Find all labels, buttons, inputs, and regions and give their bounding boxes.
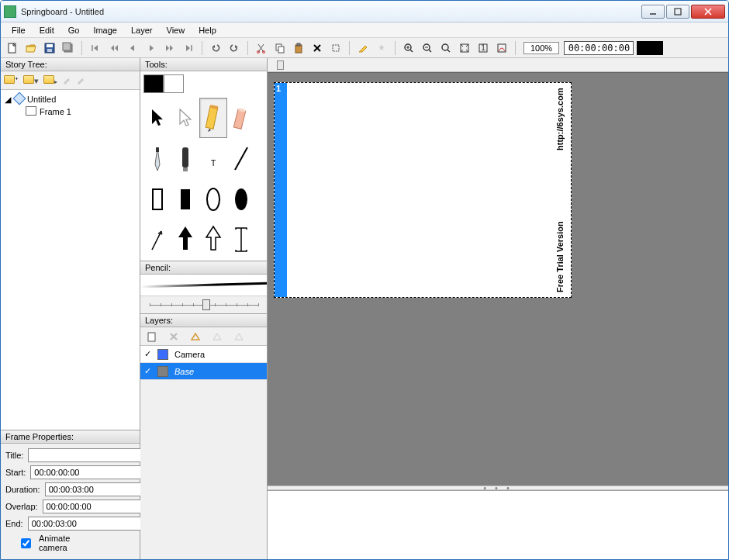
ellipse-outline-tool[interactable] [199,178,227,219]
redo-button[interactable] [226,40,243,57]
end-label: End: [5,519,23,528]
zoom-100-button[interactable]: 1 [475,40,492,57]
go-first-button[interactable] [87,40,104,57]
layers-header: Layers: [140,314,267,327]
rect-fill-tool[interactable] [171,178,199,219]
slider-thumb[interactable] [202,299,210,310]
menu-edit[interactable]: Edit [33,24,60,36]
story-tree[interactable]: ◢ Untitled Frame 1 [1,90,140,121]
background-swatch[interactable] [164,74,184,93]
wand-button[interactable] [373,40,390,57]
pencil-tool[interactable] [199,98,227,138]
foreground-swatch[interactable] [143,74,164,93]
bracket-tool[interactable] [227,219,255,259]
layer-row-base[interactable]: ✓ Base [140,363,267,380]
arrow-up-tool[interactable] [199,219,227,259]
zoom-display[interactable]: 100% [523,42,559,54]
notes-panel[interactable] [268,490,728,560]
storyboard-frame[interactable]: 1 Free Trial Version http://6sys.com [274,82,572,298]
marker-tool[interactable] [171,138,199,178]
svg-rect-1 [675,9,681,15]
start-input[interactable] [30,465,145,479]
folder-dropdown-button[interactable]: ▾ [23,75,39,86]
save-button[interactable] [41,40,58,57]
close-button[interactable] [691,5,725,19]
pencil-tool-button[interactable] [354,40,371,57]
undo-button[interactable] [207,40,224,57]
pencil-tree-button-2[interactable] [76,75,85,86]
layer-color-swatch[interactable] [157,366,168,377]
zoom-fit-button[interactable] [456,40,473,57]
canvas-area[interactable]: 1 Free Trial Version http://6sys.com [268,72,728,486]
svg-line-24 [410,50,413,52]
copy-button[interactable] [271,40,288,57]
crop-button[interactable] [327,40,344,57]
storytree-toolbar: + ▾ ▸ [1,71,140,90]
layer-onion-button[interactable] [187,328,204,345]
open-button[interactable] [22,40,40,57]
layer-row-camera[interactable]: ✓ Camera [140,346,267,363]
minimize-button[interactable] [641,5,665,19]
timecode-display[interactable]: 00:00:00:00 [564,41,634,55]
end-input[interactable] [28,517,143,531]
zoom-in-button[interactable] [400,40,417,57]
go-last-button[interactable] [180,40,197,57]
arrow-fill-tool[interactable] [171,219,199,259]
menu-go[interactable]: Go [62,24,86,36]
svg-rect-19 [297,43,300,46]
text-tool[interactable]: T [199,138,227,178]
duration-label: Duration: [5,485,40,494]
timeline-strip[interactable] [268,58,728,72]
new-button[interactable] [4,40,21,57]
arrow-tool[interactable] [143,98,171,138]
paste-button[interactable] [290,40,307,57]
arrow-outline-tool[interactable] [143,219,171,259]
svg-point-48 [207,188,219,210]
zoom-reset-button[interactable] [437,40,454,57]
new-layer-button[interactable] [143,328,161,345]
layer-color-swatch[interactable] [157,349,168,360]
menu-file[interactable]: File [5,24,32,36]
svg-rect-7 [47,49,52,52]
menu-image[interactable]: Image [87,24,123,36]
layer-visible-toggle[interactable]: ✓ [140,366,154,376]
menu-help[interactable]: Help [192,24,223,36]
eraser-tool[interactable] [227,98,255,138]
pencil-size-slider[interactable] [140,296,267,313]
disclosure-icon[interactable]: ◢ [4,95,12,103]
go-prev-fast-button[interactable] [105,40,123,57]
menu-layer[interactable]: Layer [125,24,159,36]
rect-outline-tool[interactable] [143,178,171,219]
go-next-button[interactable] [143,40,160,57]
save-all-button[interactable] [60,40,77,57]
layer-onion-prev-button[interactable] [209,328,226,345]
title-input[interactable] [28,448,143,462]
pen-tool[interactable] [143,138,171,178]
zoom-out-button[interactable] [419,40,436,57]
cut-button[interactable] [253,40,270,57]
frame-props-header: Frame Properties: [1,430,140,444]
delete-button[interactable] [309,40,326,57]
delete-layer-button[interactable] [165,328,182,345]
tree-root[interactable]: ◢ Untitled [4,93,136,105]
animate-camera-checkbox[interactable] [21,538,31,548]
zoom-curve-button[interactable] [493,40,510,57]
layer-onion-next-button[interactable] [230,328,247,345]
new-folder-button[interactable]: + [4,75,19,85]
pencil-tree-button[interactable] [62,75,71,86]
maximize-button[interactable] [666,5,689,19]
go-next-fast-button[interactable] [161,40,178,57]
frame-left-bar [275,83,287,297]
tools-panel: Tools: T [140,58,267,261]
storytree-panel: Story Tree: + ▾ ▸ ◢ Untitled Fram [1,58,140,430]
pointer-tool[interactable] [171,98,199,138]
titlebar: Springboard - Untitled [1,1,728,22]
tree-frame-item[interactable]: Frame 1 [4,105,136,118]
line-tool[interactable] [227,138,255,178]
ellipse-fill-tool[interactable] [227,178,255,219]
folder-right-button[interactable]: ▸ [43,75,57,85]
layer-visible-toggle[interactable]: ✓ [140,349,154,359]
go-prev-button[interactable] [124,40,141,57]
menu-view[interactable]: View [161,24,192,36]
timeline-marker-icon[interactable] [277,60,284,70]
